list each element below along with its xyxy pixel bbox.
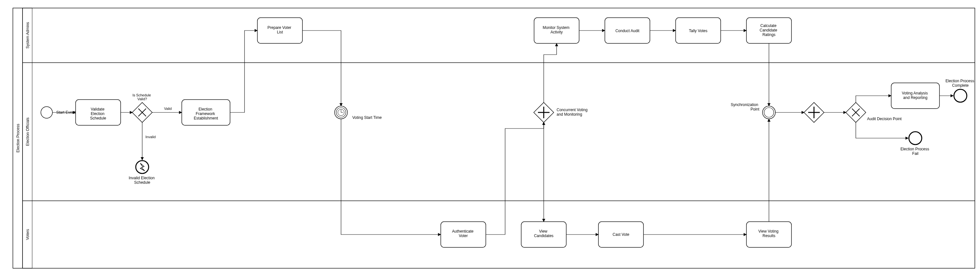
task-cast-vote: Cast Vote [598, 222, 643, 247]
task-audit: Conduct Audit [605, 18, 650, 43]
svg-text:Conduct Audit: Conduct Audit [616, 28, 640, 33]
flow-gwpar-monitor [544, 43, 557, 103]
svg-text:Cast Vote: Cast Vote [612, 232, 629, 237]
svg-text:Synchronization
      Point: Synchronization Point [731, 103, 759, 111]
task-validate-schedule: Validate Election Schedule Validate Elec… [76, 100, 121, 125]
gateway-audit-label: Audit Decision Point [867, 117, 902, 121]
end-event-success: Election Process Complete Election Proce… [946, 79, 975, 102]
svg-text:Voting Analysis
      and Repo: Voting Analysis and Reporting [902, 91, 929, 100]
task-monitor: Monitor System Activity Monitor System A… [534, 18, 579, 43]
sync-point: Synchronization Point Synchronization Po… [731, 103, 775, 119]
svg-text:Invalid Election
      Schedul: Invalid Election Schedule [129, 176, 156, 185]
svg-text:Tally Votes: Tally Votes [689, 28, 707, 33]
task-prepare-voter-list: Prepare Voter List Prepare Voter List [258, 18, 302, 43]
pool [13, 8, 975, 268]
svg-text:Is Schedule
      Valid?: Is Schedule Valid? [132, 93, 152, 101]
svg-text:Calculate
      Candidate
    : Calculate Candidate Ratings [760, 24, 778, 37]
lane-officials-label: Election Officials [25, 118, 30, 146]
svg-point-52 [954, 89, 967, 102]
task-view-candidates: View Candidates View Candidates [521, 222, 566, 247]
svg-text:Concurrent Voting
      and Mo: Concurrent Voting and Monitoring [557, 107, 589, 117]
lane-officials [22, 63, 975, 201]
flow-auth-gwpar [486, 122, 544, 234]
edge-label-valid: Valid [164, 107, 172, 111]
bpmn-diagram: Election Process System Admins Election … [0, 0, 980, 275]
task-analysis: Voting Analysis and Reporting Voting Ana… [891, 83, 939, 109]
timer-label: Voting Start Time [352, 115, 382, 120]
timer-voting-start: Voting Start Time [335, 106, 382, 120]
flow-gwaudit-fail [856, 122, 908, 138]
svg-point-0 [41, 107, 52, 118]
gateway-parallel-join [804, 103, 824, 122]
flow-framework-prepare [230, 30, 258, 112]
task-authenticate-voter: Authenticate Voter Authenticate Voter [441, 222, 486, 247]
task-tally: Tally Votes [676, 18, 721, 43]
svg-text:Election Process
      Complet: Election Process Complete [946, 79, 975, 88]
task-framework: Election Framework Establishment Electio… [182, 100, 230, 125]
task-ratings: Calculate Candidate Ratings Calculate Ca… [746, 18, 791, 43]
svg-point-44 [764, 107, 774, 117]
svg-text:Election Process
      Fail: Election Process Fail [900, 147, 931, 156]
edge-label-invalid: Invalid [145, 135, 156, 139]
lane-admins-label: System Admins [25, 22, 30, 49]
svg-point-55 [909, 132, 922, 145]
flow-gwaudit-analysis [856, 96, 891, 103]
pool-label: Election Process [16, 124, 20, 152]
task-view-results: View Voting Results View Voting Results [746, 222, 791, 247]
lane-voters-label: Voters [25, 229, 30, 240]
gateway-parallel-split: Concurrent Voting and Monitoring Concurr… [534, 103, 589, 122]
lane-admins [22, 8, 975, 63]
flow-timer-auth [341, 119, 441, 234]
svg-text:Validate
      Election
      : Validate Election Schedule [90, 107, 106, 120]
error-end-invalid-schedule: Invalid Election Schedule Invalid Electi… [129, 161, 156, 185]
flow-prepare-timer [302, 30, 341, 106]
svg-point-7 [136, 161, 149, 174]
gateway-schedule: Is Schedule Valid? Is Schedule Valid? [132, 93, 152, 122]
end-event-fail: Election Process Fail Election Process F… [900, 132, 931, 156]
